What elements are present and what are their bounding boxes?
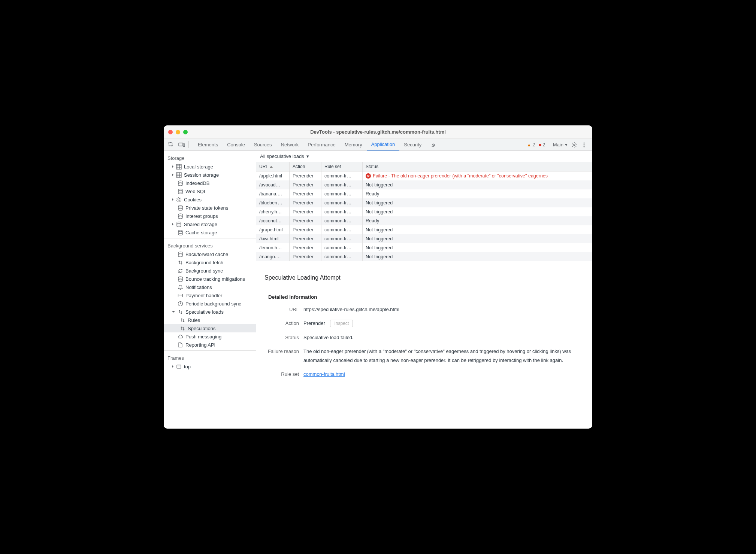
sidebar-item-notifications[interactable]: Notifications [164,283,256,291]
close-window-button[interactable] [168,130,173,134]
expand-arrow-icon[interactable] [172,198,173,201]
cell-action: Prerender [290,252,321,261]
tab-console[interactable]: Console [223,139,250,150]
ruleset-link[interactable]: common-fruits.html [303,371,345,377]
sidebar-item-payment-handler[interactable]: Payment handler [164,291,256,299]
table-row[interactable]: /banana.…Prerendercommon-fr…Ready [256,189,592,198]
inspect-button[interactable]: Inspect [330,320,353,327]
expand-arrow-icon[interactable] [172,311,175,313]
sidebar-item-rules[interactable]: Rules [164,316,256,324]
table-row[interactable]: /avocad…Prerendercommon-fr…Not triggered [256,180,592,189]
traffic-lights [168,130,188,134]
tab-application[interactable]: Application [367,139,400,150]
sort-asc-icon [270,166,273,168]
sidebar-item-label: top [184,364,191,369]
sidebar-item-label: Cookies [184,197,202,203]
updown-icon [177,259,183,265]
expand-arrow-icon[interactable] [172,165,173,168]
sidebar-item-background-sync[interactable]: Background sync [164,267,256,275]
minimize-window-button[interactable] [176,130,180,134]
svg-point-26 [178,230,182,232]
sidebar-item-label: Payment handler [185,293,222,298]
cell-ruleset: common-fr… [321,216,363,225]
errors-badge[interactable]: ■ 2 [539,142,545,147]
tab-sources[interactable]: Sources [250,139,276,150]
maximize-window-button[interactable] [183,130,188,134]
expand-arrow-icon[interactable] [172,173,173,176]
expand-arrow-icon[interactable] [172,223,173,226]
tab-overflow[interactable] [426,139,440,150]
sidebar-item-label: Interest groups [185,213,218,219]
sidebar-item-top[interactable]: top [164,362,256,371]
table-row[interactable]: /lemon.h…Prerendercommon-fr…Not triggere… [256,243,592,252]
cell-url: /banana.… [256,189,290,198]
sidebar-item-web-sql[interactable]: Web SQL [164,187,256,195]
cell-url: /grape.html [256,225,290,234]
sidebar-item-reporting-api[interactable]: Reporting API [164,341,256,349]
sidebar-item-speculations[interactable]: Speculations [164,324,256,332]
th-ruleset[interactable]: Rule set [321,162,363,171]
th-status[interactable]: Status [363,162,592,171]
svg-point-18 [178,189,182,191]
table-row[interactable]: /grape.htmlPrerendercommon-fr…Not trigge… [256,225,592,234]
tab-memory[interactable]: Memory [340,139,367,150]
cell-status: Not triggered [363,198,592,207]
tab-elements[interactable]: Elements [193,139,223,150]
sidebar-item-periodic-background-sync[interactable]: Periodic background sync [164,299,256,308]
device-toggle-icon[interactable] [176,139,187,150]
table-row[interactable]: /blueberr…Prerendercommon-fr…Not trigger… [256,198,592,207]
sidebar-item-cache-storage[interactable]: Cache storage [164,228,256,237]
th-url[interactable]: URL [256,162,290,171]
sidebar-item-shared-storage[interactable]: Shared storage [164,220,256,228]
svg-point-5 [584,144,585,145]
sidebar-item-back-forward-cache[interactable]: Back/forward cache [164,250,256,258]
sidebar-item-interest-groups[interactable]: Interest groups [164,212,256,220]
more-icon[interactable] [581,142,587,148]
error-icon: ■ [539,142,541,147]
cell-action: Prerender [290,234,321,243]
table-row[interactable]: /apple.htmlPrerendercommon-fr…✕Failure -… [256,171,592,180]
table-row[interactable]: /kiwi.htmlPrerendercommon-fr…Not trigger… [256,234,592,243]
inspect-element-icon[interactable] [166,139,176,150]
sidebar-item-indexeddb[interactable]: IndexedDB [164,179,256,187]
action-value: Prerender Inspect [303,319,584,328]
sidebar-item-cookies[interactable]: Cookies [164,195,256,204]
cloud-icon [177,334,183,340]
sidebar-item-local-storage[interactable]: Local storage [164,162,256,171]
updown-icon [177,309,183,315]
cell-ruleset: common-fr… [321,225,363,234]
sidebar-item-private-state-tokens[interactable]: Private state tokens [164,204,256,212]
sidebar-item-background-fetch[interactable]: Background fetch [164,258,256,267]
sidebar-item-session-storage[interactable]: Session storage [164,171,256,179]
th-action[interactable]: Action [290,162,321,171]
grid-icon [176,164,182,170]
sidebar-item-push-messaging[interactable]: Push messaging [164,332,256,341]
svg-rect-7 [176,164,181,169]
target-selector[interactable]: Main ▾ [553,142,568,147]
cell-url: /coconut… [256,216,290,225]
cell-url: /kiwi.html [256,234,290,243]
sidebar-item-label: Background sync [185,268,223,274]
sidebar-item-bounce-tracking-mitigations[interactable]: Bounce tracking mitigations [164,275,256,283]
tab-security[interactable]: Security [399,139,426,150]
table-row[interactable]: /cherry.h…Prerendercommon-fr…Not trigger… [256,207,592,216]
sidebar-item-label: Back/forward cache [185,252,228,257]
svg-point-3 [574,144,575,146]
sidebar-item-label: Push messaging [185,334,221,340]
tab-performance[interactable]: Performance [303,139,340,150]
settings-icon[interactable] [571,142,577,148]
table-header: URL Action Rule set Status [256,162,592,171]
svg-point-21 [179,198,180,199]
sidebar-item-speculative-loads[interactable]: Speculative loads [164,308,256,316]
updown-icon [179,317,185,323]
cell-ruleset: common-fr… [321,252,363,261]
sidebar-item-label: IndexedDB [185,180,209,186]
table-row[interactable]: /mango.…Prerendercommon-fr…Not triggered [256,252,592,261]
cell-url: /blueberr… [256,198,290,207]
expand-arrow-icon[interactable] [172,365,173,368]
chevron-down-icon[interactable]: ▾ [306,153,309,159]
table-row[interactable]: /coconut…Prerendercommon-fr…Ready [256,216,592,225]
tab-network[interactable]: Network [276,139,303,150]
warnings-badge[interactable]: ▲ 2 [527,142,535,147]
svg-rect-1 [179,143,183,146]
